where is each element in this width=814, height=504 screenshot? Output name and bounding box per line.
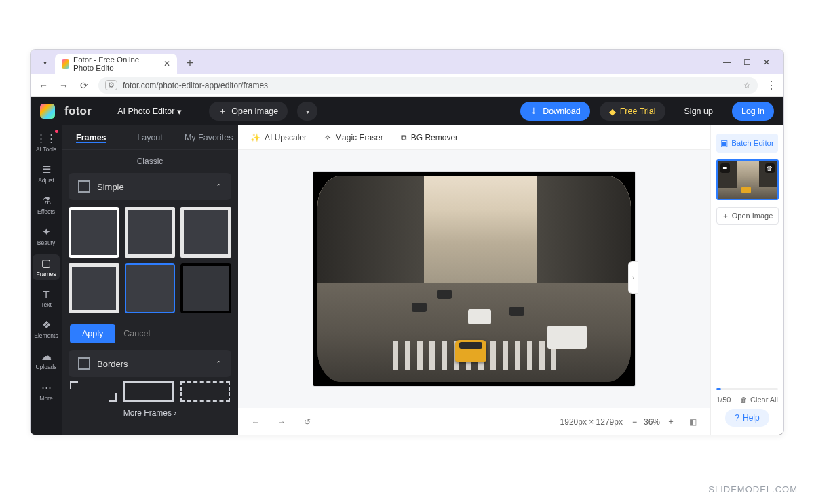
clear-all-button[interactable]: 🗑 Clear All: [740, 395, 778, 404]
frame-thumb-selected[interactable]: [125, 263, 176, 314]
more-frames-link[interactable]: More Frames ›: [62, 402, 238, 425]
apply-button[interactable]: Apply: [70, 324, 115, 343]
rail-label: Text: [41, 301, 52, 308]
magic-eraser-button[interactable]: ✧ Magic Eraser: [324, 133, 383, 142]
rail-item-beauty[interactable]: ✦Beauty: [33, 223, 60, 249]
ai-tools-icon: ⋮⋮: [36, 132, 56, 144]
canvas[interactable]: [313, 172, 635, 386]
tab-list-chevron[interactable]: ▾: [37, 55, 52, 70]
watermark: SLIDEMODEL.COM: [708, 484, 798, 495]
frame-overlay: [313, 172, 635, 386]
cancel-button[interactable]: Cancel: [123, 324, 150, 343]
close-tab-icon[interactable]: ✕: [163, 59, 170, 69]
uploads-icon: ☁: [41, 350, 52, 362]
frame-thumb-3[interactable]: [180, 207, 231, 258]
open-image-split-button[interactable]: ▾: [297, 102, 317, 121]
beauty-icon: ✦: [42, 226, 51, 238]
rail-label: Uploads: [35, 364, 56, 370]
compare-icon[interactable]: ◧: [684, 414, 701, 430]
ai-photo-editor-dropdown[interactable]: AI Photo Editor ▾: [117, 106, 182, 117]
browser-tab-strip: ▾ Fotor - Free Online Photo Edito ✕ + — …: [31, 50, 783, 74]
rail-item-uploads[interactable]: ☁Uploads: [33, 347, 60, 373]
nav-forward-icon[interactable]: →: [58, 80, 70, 91]
ai-upscaler-button[interactable]: ✨ AI Upscaler: [250, 133, 307, 142]
canvas-toolbar: ✨ AI Upscaler ✧ Magic Eraser ⧉ BG Remove…: [238, 125, 710, 150]
frame-thumbnails: [62, 200, 238, 320]
log-in-button[interactable]: Log in: [732, 102, 774, 121]
image-thumbnail[interactable]: ≣ 🗑: [716, 159, 779, 200]
window-controls: — ☐ ✕: [723, 58, 779, 74]
diamond-icon: ◆: [609, 106, 616, 117]
history-icon[interactable]: ↺: [299, 414, 315, 430]
new-tab-button[interactable]: +: [181, 54, 199, 72]
frame-thumb-2[interactable]: [125, 207, 176, 258]
section-borders[interactable]: Borders ⌃: [69, 350, 231, 377]
frame-icon: [78, 180, 90, 193]
rail-item-effects[interactable]: ⚗Effects: [33, 192, 60, 218]
rail-item-text[interactable]: TText: [33, 286, 60, 311]
address-bar[interactable]: ⚙ fotor.com/photo-editor-app/editor/fram…: [98, 77, 758, 94]
plus-icon: ＋: [218, 106, 227, 117]
browser-tab[interactable]: Fotor - Free Online Photo Edito ✕: [55, 54, 177, 74]
minimize-icon[interactable]: —: [723, 58, 731, 67]
effects-icon: ⚗: [42, 195, 51, 207]
adjust-icon: ☰: [42, 163, 51, 176]
zoom-in-icon[interactable]: ＋: [667, 416, 675, 427]
close-window-icon[interactable]: ✕: [763, 58, 770, 67]
tab-favorites[interactable]: My Favorites: [179, 133, 238, 142]
download-button[interactable]: ⭳ Download: [520, 102, 590, 121]
undo-icon[interactable]: ←: [248, 414, 264, 430]
canvas-image: [317, 176, 631, 382]
free-trial-button[interactable]: ◆ Free Trial: [600, 102, 665, 121]
rail-item-adjust[interactable]: ☰Adjust: [33, 161, 60, 187]
eraser-icon: ✧: [324, 133, 331, 142]
site-info-icon[interactable]: ⚙: [105, 80, 117, 90]
frame-thumb-4[interactable]: [69, 263, 119, 314]
rail-item-frames[interactable]: ▢Frames: [33, 254, 60, 280]
bg-remover-button[interactable]: ⧉ BG Remover: [401, 133, 458, 142]
help-button[interactable]: ? Help: [725, 409, 769, 427]
rail-item-ai-tools[interactable]: ⋮⋮AI Tools: [33, 130, 60, 155]
border-thumb-2[interactable]: [123, 381, 173, 402]
rail-item-elements[interactable]: ❖Elements: [33, 316, 60, 342]
right-panel: ▣ Batch Editor ≣ 🗑 ＋ Open Image: [710, 125, 783, 435]
help-icon: ?: [735, 413, 739, 423]
maximize-icon[interactable]: ☐: [743, 58, 751, 67]
tab-frames[interactable]: Frames: [62, 133, 121, 142]
badge-dot-icon: [55, 130, 58, 133]
nav-back-icon[interactable]: ←: [37, 80, 50, 91]
border-thumbnails: [62, 377, 238, 402]
section-simple[interactable]: Simple ⌃: [69, 173, 231, 200]
chevron-up-icon: ⌃: [216, 182, 222, 191]
batch-editor-button[interactable]: ▣ Batch Editor: [716, 134, 778, 153]
border-thumb-3[interactable]: [180, 381, 230, 402]
frame-thumb-1[interactable]: [69, 207, 119, 258]
expand-right-handle[interactable]: ›: [628, 261, 638, 294]
download-icon: ⭳: [530, 106, 539, 116]
left-rail: ⋮⋮AI Tools☰Adjust⚗Effects✦Beauty▢FramesT…: [31, 125, 62, 435]
zoom-controls: − 36% ＋: [632, 416, 675, 427]
canvas-footer: ← → ↺ 1920px × 1279px − 36% ＋ ◧: [238, 408, 710, 435]
redo-icon[interactable]: →: [273, 414, 290, 430]
browser-menu-icon[interactable]: ⋮: [766, 79, 777, 92]
canvas-wrap: [238, 150, 710, 408]
stack-icon: ▣: [720, 138, 728, 148]
nav-reload-icon[interactable]: ⟳: [78, 80, 90, 91]
open-image-button[interactable]: ＋ Open Image: [209, 102, 288, 121]
category-label: Classic: [62, 150, 238, 173]
frames-panel: Frames Layout My Favorites Classic Simpl…: [62, 125, 238, 435]
frames-icon: ▢: [41, 257, 51, 269]
open-image-sidebar-button[interactable]: ＋ Open Image: [716, 207, 779, 225]
browser-window: ▾ Fotor - Free Online Photo Edito ✕ + — …: [30, 49, 784, 435]
layers-icon[interactable]: ≣: [720, 163, 730, 173]
frame-thumb-6[interactable]: [180, 263, 231, 314]
rail-item-more[interactable]: ⋯More: [33, 379, 60, 404]
tab-layout[interactable]: Layout: [121, 133, 180, 142]
border-thumb-1[interactable]: [70, 381, 117, 402]
bookmark-star-icon[interactable]: ☆: [743, 81, 751, 90]
zoom-out-icon[interactable]: −: [632, 417, 637, 427]
sign-up-button[interactable]: Sign up: [675, 102, 722, 121]
thumb-scrollbar[interactable]: [716, 388, 778, 390]
image-counter: 1/50: [716, 395, 731, 404]
delete-thumb-icon[interactable]: 🗑: [765, 163, 775, 173]
